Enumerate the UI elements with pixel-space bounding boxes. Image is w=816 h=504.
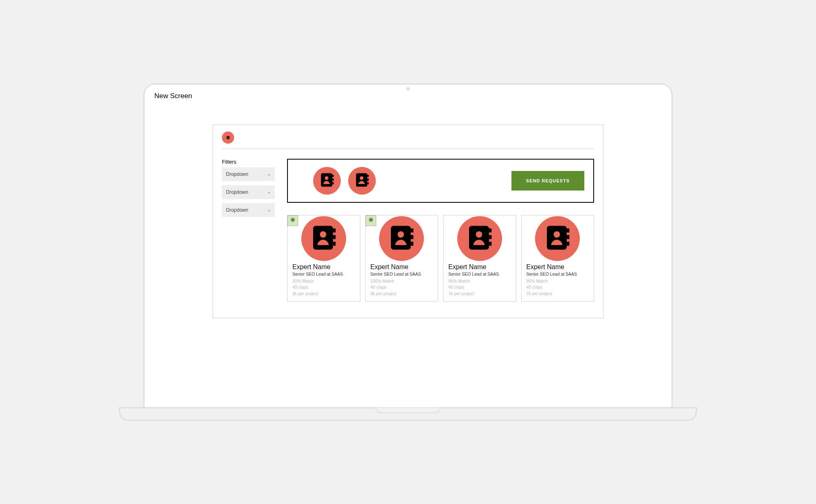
expert-role: Senior SEO Lead at SAAS	[448, 272, 511, 276]
window-title: New Screen	[150, 90, 666, 104]
expert-role: Senior SEO Lead at SAAS	[371, 272, 433, 276]
laptop-frame: New Screen Filters Dropdown ⌄ Dropdown ⌄	[143, 83, 673, 421]
burst-icon	[290, 217, 296, 225]
filter-dropdown[interactable]: Dropdown ⌄	[222, 185, 275, 199]
expert-claps: 40 claps	[448, 284, 511, 291]
laptop-lid: New Screen Filters Dropdown ⌄ Dropdown ⌄	[143, 83, 673, 407]
send-requests-button[interactable]: SEND REQUESTS	[511, 171, 584, 191]
filter-dropdown[interactable]: Dropdown ⌄	[222, 167, 275, 181]
selected-expert-avatar[interactable]	[348, 167, 376, 195]
experts-grid: Expert Name Senior SEO Lead at SAAS 30% …	[287, 215, 594, 302]
expert-rate: 3k per project	[292, 291, 355, 297]
expert-role: Senior SEO Lead at SAAS	[526, 272, 589, 276]
contact-book-icon	[542, 222, 573, 255]
expert-card[interactable]: Expert Name Senior SEO Lead at SAAS 30% …	[287, 215, 360, 302]
expert-name: Expert Name	[448, 263, 511, 271]
chevron-down-icon: ⌄	[267, 207, 271, 213]
chevron-down-icon: ⌄	[267, 189, 271, 195]
expert-match: 30% Match	[292, 278, 355, 285]
expert-match: 100% Match	[371, 278, 433, 285]
filter-dropdown[interactable]: Dropdown ⌄	[222, 203, 275, 217]
camera-dot	[406, 87, 410, 90]
expert-avatar	[535, 216, 580, 261]
selected-badge	[287, 215, 298, 226]
expert-rate: 7k per project	[448, 291, 511, 297]
contact-book-icon	[464, 222, 496, 255]
screen: New Screen Filters Dropdown ⌄ Dropdown ⌄	[150, 90, 666, 407]
main-area: SEND REQUESTS Expert Name Senior SEO Lea…	[287, 159, 594, 302]
app-panel: Filters Dropdown ⌄ Dropdown ⌄ Dropdown ⌄…	[213, 125, 603, 318]
expert-name: Expert Name	[292, 263, 355, 271]
expert-claps: 40 claps	[371, 284, 433, 291]
burst-icon	[368, 217, 374, 225]
contact-book-icon	[308, 222, 340, 255]
contact-book-icon	[226, 134, 230, 141]
profile-avatar[interactable]	[222, 131, 234, 144]
dropdown-label: Dropdown	[226, 189, 248, 195]
expert-card[interactable]: Expert Name Senior SEO Lead at SAAS 90% …	[521, 215, 594, 302]
filters-panel: Filters Dropdown ⌄ Dropdown ⌄ Dropdown ⌄	[222, 159, 275, 302]
expert-rate: 7k per project	[526, 291, 589, 297]
selected-expert-avatar[interactable]	[313, 167, 341, 195]
chevron-down-icon: ⌄	[267, 171, 271, 177]
expert-name: Expert Name	[371, 263, 433, 271]
expert-claps: 40 claps	[292, 284, 355, 291]
expert-claps: 40 claps	[526, 284, 589, 291]
selected-badge	[366, 215, 376, 226]
dropdown-label: Dropdown	[226, 171, 248, 177]
trackpad-notch	[375, 408, 441, 413]
expert-role: Senior SEO Lead at SAAS	[292, 272, 355, 276]
dropdown-label: Dropdown	[226, 207, 248, 213]
expert-rate: 9k per project	[371, 291, 433, 297]
expert-match: 90% Match	[526, 278, 589, 285]
header-row	[222, 131, 594, 149]
expert-avatar	[379, 216, 424, 261]
selected-avatars	[297, 167, 376, 195]
contact-book-icon	[353, 171, 371, 191]
expert-avatar	[457, 216, 502, 261]
expert-avatar	[301, 216, 346, 261]
expert-name: Expert Name	[526, 263, 589, 271]
expert-card[interactable]: Expert Name Senior SEO Lead at SAAS 100%…	[365, 215, 439, 302]
filters-title: Filters	[222, 159, 275, 165]
selection-box: SEND REQUESTS	[287, 159, 594, 203]
expert-match: 90% Match	[448, 278, 511, 285]
expert-card[interactable]: Expert Name Senior SEO Lead at SAAS 90% …	[443, 215, 516, 302]
contact-book-icon	[318, 171, 336, 191]
contact-book-icon	[386, 222, 417, 255]
laptop-base	[119, 407, 697, 421]
